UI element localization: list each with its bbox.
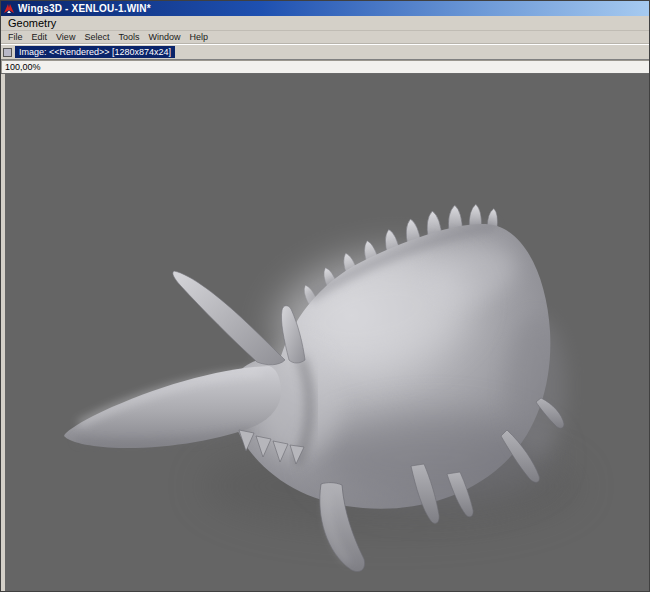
zoom-level-label[interactable]: 100,00%: [5, 62, 41, 72]
wings3d-window: Wings3D - XENLOU-1.WIN* Geometry File Ed…: [0, 0, 650, 592]
rendered-creature-model: [1, 74, 649, 591]
menu-view[interactable]: View: [53, 32, 81, 42]
titlebar[interactable]: Wings3D - XENLOU-1.WIN*: [1, 1, 649, 16]
menu-edit[interactable]: Edit: [29, 32, 54, 42]
menu-select[interactable]: Select: [81, 32, 115, 42]
menu-help[interactable]: Help: [186, 32, 214, 42]
window-title: Wings3D - XENLOU-1.WIN*: [18, 3, 151, 14]
menu-tools[interactable]: Tools: [115, 32, 145, 42]
menubar: File Edit View Select Tools Window Help: [1, 31, 649, 44]
geometry-menu[interactable]: Geometry: [5, 17, 59, 29]
image-icon: [3, 48, 12, 57]
wings3d-app-icon: [4, 4, 14, 14]
image-status-label[interactable]: Image: <<Rendered>> [1280x874x24]: [15, 46, 175, 58]
menu-window[interactable]: Window: [145, 32, 186, 42]
menu-file[interactable]: File: [5, 32, 29, 42]
viewport-canvas[interactable]: [1, 74, 649, 591]
image-status-bar: Image: <<Rendered>> [1280x874x24]: [1, 44, 649, 60]
zoom-bar: 100,00%: [1, 60, 649, 74]
geometry-menu-row: Geometry: [1, 16, 649, 31]
